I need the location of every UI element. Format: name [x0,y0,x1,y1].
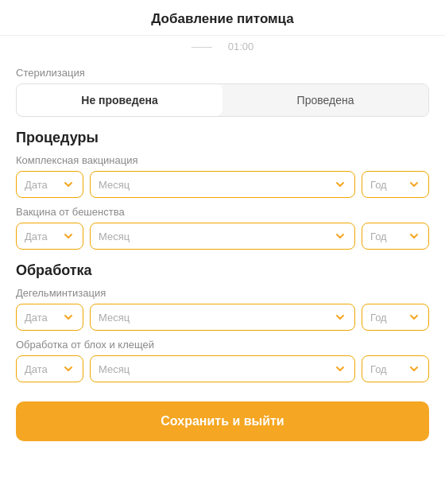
rabies-month-chevron-icon [334,230,346,242]
content-area: Стерилизация Не проведена Проведена Проц… [0,56,445,504]
procedures-title: Процедуры [16,130,429,146]
deworming-year-select[interactable]: Год [362,304,429,331]
flea-tick-label: Обработка от блох и клещей [16,339,429,351]
partial-value2: 01:00 [228,41,254,52]
deworming-date-select[interactable]: Дата [16,304,83,331]
flea-tick-date-chevron-icon [62,362,75,375]
rabies-year-select[interactable]: Год [362,223,429,250]
flea-tick-month-text: Месяц [99,363,331,375]
deworming-date-text: Дата [25,312,59,324]
vaccination-month-text: Месяц [99,179,331,191]
vaccination-date-chevron-icon [62,178,75,191]
sterilization-no-button[interactable]: Не проведена [17,84,222,116]
flea-tick-year-chevron-icon [408,362,420,375]
rabies-date-text: Дата [25,231,59,242]
flea-tick-date-select[interactable]: Дата [16,355,83,382]
flea-tick-date-row: Дата Месяц Год [16,355,429,382]
deworming-year-chevron-icon [408,311,420,324]
deworming-month-select[interactable]: Месяц [90,304,355,331]
vaccination-label: Комплексная вакцинация [16,154,429,166]
deworming-label: Дегельминтизация [16,287,429,299]
rabies-month-text: Месяц [99,231,331,242]
rabies-year-chevron-icon [408,230,420,242]
rabies-date-select[interactable]: Дата [16,223,83,250]
partial-value1: —— [192,41,212,52]
vaccination-month-chevron-icon [334,178,346,191]
save-exit-button[interactable]: Сохранить и выйти [16,401,429,441]
vaccination-month-select[interactable]: Месяц [90,171,355,198]
sterilization-label: Стерилизация [16,67,429,79]
vaccination-year-chevron-icon [408,178,420,191]
flea-tick-year-select[interactable]: Год [362,355,429,382]
deworming-date-row: Дата Месяц Год [16,304,429,331]
vaccination-date-row: Дата Месяц Год [16,171,429,198]
vaccination-date-select[interactable]: Дата [16,171,83,198]
top-partial-row: —— 01:00 [0,36,445,56]
rabies-month-select[interactable]: Месяц [90,223,355,250]
vaccination-year-select[interactable]: Год [362,171,429,198]
treatment-title: Обработка [16,262,429,279]
deworming-date-chevron-icon [62,311,75,324]
rabies-date-chevron-icon [62,230,75,242]
rabies-label: Вакцина от бешенства [16,206,429,218]
rabies-year-text: Год [370,231,404,242]
flea-tick-date-text: Дата [25,363,59,375]
vaccination-year-text: Год [370,179,404,191]
flea-tick-month-chevron-icon [334,362,346,375]
vaccination-date-text: Дата [25,179,59,191]
flea-tick-year-text: Год [370,363,404,375]
sterilization-yes-button[interactable]: Проведена [222,84,428,116]
flea-tick-month-select[interactable]: Месяц [90,355,355,382]
rabies-date-row: Дата Месяц Год [16,223,429,250]
deworming-year-text: Год [370,312,404,324]
deworming-month-chevron-icon [334,311,346,324]
deworming-month-text: Месяц [99,312,331,324]
page-title: Добавление питомца [151,11,293,26]
header: Добавление питомца [0,0,445,36]
page-container: Добавление питомца —— 01:00 Стерилизация… [0,0,445,504]
sterilization-toggle: Не проведена Проведена [16,83,429,117]
